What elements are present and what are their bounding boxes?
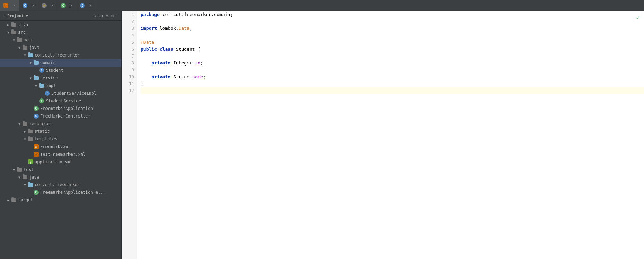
editor-area[interactable]: QIANXIN QIANXIN QIANXIN QIANXIN QIANXIN … [122, 11, 644, 259]
tree-label: java [29, 175, 39, 180]
tree-arrow: ▼ [22, 53, 28, 57]
code-token-plain: ; [190, 26, 192, 31]
code-token-classname: Student [176, 46, 198, 52]
tree-label: java [29, 45, 39, 50]
tree-icon-folder-blue [33, 60, 39, 66]
code-token-plain: } [141, 81, 143, 86]
line-number: 12 [122, 87, 137, 94]
tests-tab-icon: C [61, 3, 66, 8]
line-number: 5 [122, 39, 137, 46]
tree-arrow: ▼ [11, 168, 17, 172]
tree-item-Student[interactable]: CStudent [0, 67, 121, 74]
tree-item-src[interactable]: ▼src [0, 28, 121, 36]
line-number: 9 [122, 67, 137, 74]
sidebar: ⊞ Project ▼ ⊕ ≡↕ ⇅ ⚙ − ▶.mvn▼src▼main▼ja… [0, 11, 122, 259]
tree-label: main [24, 37, 34, 42]
code-line: import lombok.Data; [141, 25, 644, 32]
code-token-keyword: private [151, 74, 173, 79]
code-lines[interactable]: package com.cqt.freemarker.domain; impor… [137, 11, 644, 259]
tree-item-FreemarkerApplication[interactable]: CFreemarkerApplication [0, 105, 121, 112]
tree-item-StudentServiceImpl[interactable]: CStudentServiceImpl [0, 89, 121, 97]
xml-tab-icon: x [3, 3, 8, 8]
tree-item-TestFreemarker.xml[interactable]: xTestFreemarker.xml [0, 150, 121, 158]
tree-item-mvn[interactable]: ▶.mvn [0, 21, 121, 28]
tree-container: ▶.mvn▼src▼main▼java▼com.cqt.freemarker▼d… [0, 21, 121, 204]
scope-icon[interactable]: ⊕ [94, 13, 97, 18]
tree-arrow: ▼ [22, 183, 28, 187]
code-token-keyword: package [141, 12, 162, 17]
tree-item-target[interactable]: ▶target [0, 196, 121, 204]
tree-item-test-com.cqt.freemarker[interactable]: ▼com.cqt.freemarker [0, 181, 121, 189]
tree-item-templates[interactable]: ▼templates [0, 135, 121, 143]
tree-item-test[interactable]: ▼test [0, 166, 121, 173]
tree-item-impl[interactable]: ▼impl [0, 82, 121, 89]
sidebar-title: ⊞ Project ▼ [3, 14, 28, 18]
tree-arrow: ▶ [6, 23, 11, 27]
code-line [141, 87, 644, 94]
tree-label: .mvn [18, 22, 28, 27]
java-c-tab-icon: C [23, 3, 27, 8]
checkmark-icon: ✓ [636, 14, 640, 21]
tree-item-domain[interactable]: ▼domain [0, 59, 121, 67]
code-token-keyword: public [141, 46, 160, 52]
tree-item-com.cqt.freemarker[interactable]: ▼com.cqt.freemarker [0, 51, 121, 59]
tab-bar: x ✕ C ✕ m ✕ C ✕ C ✕ [0, 0, 644, 11]
tree-label: com.cqt.freemarker [35, 53, 80, 58]
tree-item-FreeMarkerController[interactable]: CFreeMarkerController [0, 112, 121, 120]
code-token-import-class: Data [179, 26, 190, 31]
tab-freemarker-tests[interactable]: C ✕ [57, 0, 76, 11]
line-number: 2 [122, 18, 137, 25]
line-number: 6 [122, 46, 137, 53]
tree-item-Freemark.xml[interactable]: xFreemark.xml [0, 143, 121, 150]
tree-item-test-java[interactable]: ▼java [0, 173, 121, 181]
tab-close-0[interactable]: ✕ [13, 3, 15, 7]
tree-item-resources[interactable]: ▼resources [0, 120, 121, 128]
code-line: private Integer id; [141, 60, 644, 67]
tab-close-4[interactable]: ✕ [90, 3, 92, 7]
tree-label: domain [40, 60, 55, 65]
tree-label: FreemarkerApplication [40, 106, 93, 111]
tree-label: StudentService [46, 98, 81, 103]
tree-arrow: ▼ [28, 76, 33, 80]
tab-close-2[interactable]: ✕ [51, 3, 53, 7]
tab-close-1[interactable]: ✕ [32, 3, 34, 7]
main-content: ⊞ Project ▼ ⊕ ≡↕ ⇅ ⚙ − ▶.mvn▼src▼main▼ja… [0, 11, 644, 259]
code-line [141, 18, 644, 25]
line-number: 10 [122, 74, 137, 80]
code-token-plain: ; [203, 74, 206, 79]
tree-arrow: ▶ [6, 198, 11, 202]
tab-student-service-impl[interactable]: C ✕ [76, 0, 95, 11]
minimize-icon[interactable]: − [116, 13, 118, 18]
tree-arrow: ▼ [28, 61, 33, 65]
code-token-keyword: import [141, 26, 160, 31]
sort-type-icon[interactable]: ⇅ [106, 13, 109, 18]
tree-item-FreemarkerApplicationTe[interactable]: CFreemarkerApplicationTe... [0, 189, 121, 196]
tree-arrow: ▶ [22, 130, 28, 133]
tree-item-static[interactable]: ▶static [0, 128, 121, 135]
tree-label: static [35, 129, 50, 134]
line-number: 1 [122, 11, 137, 18]
code-token-keyword: class [160, 46, 176, 52]
sort-alpha-icon[interactable]: ≡↕ [99, 13, 104, 18]
tree-item-java[interactable]: ▼java [0, 44, 121, 51]
tree-icon-folder-blue [39, 83, 44, 88]
tree-item-main[interactable]: ▼main [0, 36, 121, 44]
tree-item-service[interactable]: ▼service [0, 74, 121, 82]
code-token-keyword: private [151, 60, 173, 66]
tree-icon-class-c: C [39, 68, 44, 73]
tree-label: Student [46, 68, 64, 73]
tab-freemark-xml[interactable]: x ✕ [0, 0, 19, 11]
tab-close-3[interactable]: ✕ [70, 3, 73, 7]
tree-icon-class-c: C [33, 113, 39, 119]
settings-icon[interactable]: ⚙ [111, 13, 114, 18]
tree-label: service [40, 76, 58, 80]
tree-item-application.yml[interactable]: yapplication.yml [0, 158, 121, 166]
tree-icon-class-app: C [33, 190, 39, 195]
tree-icon-folder [22, 45, 28, 50]
tree-icon-xml: x [33, 144, 39, 149]
tree-icon-folder [28, 129, 33, 134]
tree-label: templates [35, 137, 57, 141]
tab-student-java[interactable]: C ✕ [19, 0, 38, 11]
tab-pom-xml[interactable]: m ✕ [38, 0, 57, 11]
tree-item-StudentService[interactable]: IStudentService [0, 97, 121, 105]
